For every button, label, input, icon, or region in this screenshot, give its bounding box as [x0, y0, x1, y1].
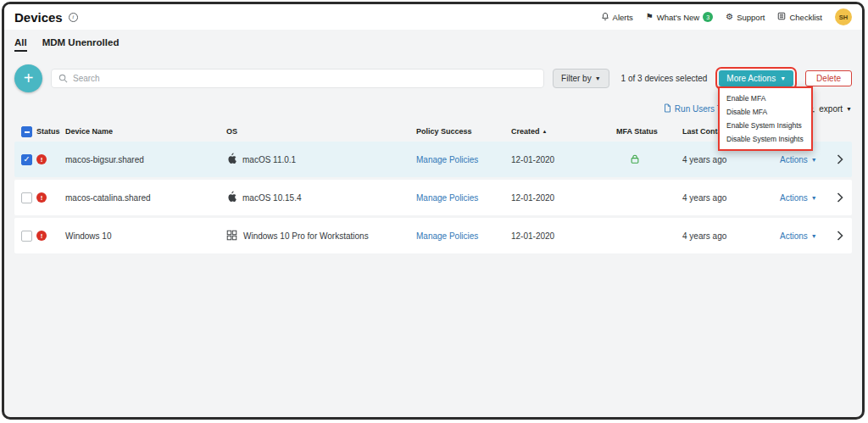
avatar[interactable]: SH — [835, 8, 852, 25]
tab-all[interactable]: All — [14, 37, 27, 52]
row-expand-chevron[interactable] — [837, 192, 843, 203]
last-contact: 4 years ago — [682, 231, 780, 241]
chevron-down-icon: ▼ — [780, 75, 786, 81]
actions-label: Actions — [780, 231, 808, 241]
sort-asc-icon: ▲ — [542, 129, 548, 134]
actions-label: Actions — [780, 193, 808, 203]
more-actions-label: More Actions — [726, 74, 776, 83]
add-device-button[interactable]: + — [14, 64, 42, 92]
status-error-icon: ! — [36, 154, 47, 164]
chevron-down-icon: ▼ — [811, 233, 817, 239]
device-name: macos-catalina.shared — [65, 193, 226, 203]
top-nav: Alerts ⚑ What's New 3 ⚙ Support Checklis… — [601, 8, 852, 25]
table-row[interactable]: ! macos-catalina.shared macOS 10.15.4 Ma… — [14, 180, 852, 215]
search-box — [51, 69, 544, 88]
created-date: 12-01-2020 — [511, 231, 616, 241]
chevron-down-icon: ▼ — [595, 75, 601, 81]
last-contact: 4 years ago — [682, 193, 780, 203]
apple-icon — [226, 153, 236, 166]
lock-icon — [630, 157, 640, 166]
row-checkbox[interactable] — [21, 154, 32, 165]
device-name: Windows 10 — [65, 231, 226, 241]
windows-icon — [226, 230, 237, 242]
actions-label: Actions — [780, 155, 808, 164]
bell-icon — [601, 12, 609, 23]
menu-item-disable-mfa[interactable]: Disable MFA — [720, 105, 811, 119]
os-version: macOS 11.0.1 — [242, 155, 296, 164]
nav-label: Alerts — [613, 13, 633, 22]
top-bar: Devices i Alerts ⚑ What's New 3 ⚙ Suppor… — [4, 4, 862, 30]
row-expand-chevron[interactable] — [837, 231, 843, 241]
export-label: export — [819, 104, 843, 114]
app-window: Devices i Alerts ⚑ What's New 3 ⚙ Suppor… — [2, 2, 865, 420]
nav-checklist[interactable]: Checklist — [777, 12, 822, 22]
more-actions-menu: Enable MFA Disable MFA Enable System Ins… — [718, 86, 813, 151]
menu-item-enable-system-insights[interactable]: Enable System Insights — [720, 119, 811, 132]
created-date: 12-01-2020 — [511, 193, 616, 203]
nav-support[interactable]: ⚙ Support — [726, 13, 765, 22]
row-actions-button[interactable]: Actions ▼ — [780, 193, 829, 203]
nav-alerts[interactable]: Alerts — [601, 12, 633, 23]
created-date: 12-01-2020 — [511, 155, 616, 164]
select-all-checkbox[interactable] — [21, 126, 32, 137]
document-icon — [664, 103, 671, 114]
gear-icon: ⚙ — [726, 13, 733, 21]
selection-status: 1 of 3 devices selected — [621, 74, 708, 83]
checklist-icon — [777, 12, 786, 22]
nav-label: Checklist — [789, 13, 822, 22]
nav-label: What's New — [657, 13, 699, 22]
run-users-link[interactable]: Run Users To — [664, 103, 726, 114]
col-policy-success[interactable]: Policy Success — [416, 127, 511, 136]
manage-policies-link[interactable]: Manage Policies — [416, 193, 511, 203]
flag-icon: ⚑ — [646, 13, 654, 21]
col-status[interactable]: Status — [36, 127, 65, 136]
search-input[interactable] — [73, 74, 537, 83]
row-checkbox[interactable] — [21, 192, 32, 203]
manage-policies-link[interactable]: Manage Policies — [416, 231, 511, 241]
chevron-down-icon: ▼ — [846, 106, 852, 112]
col-created[interactable]: Created▲ — [511, 127, 616, 136]
nav-whats-new[interactable]: ⚑ What's New 3 — [646, 12, 713, 22]
col-mfa-status[interactable]: MFA Status — [616, 127, 682, 136]
nav-label: Support — [737, 13, 765, 22]
col-created-label: Created — [511, 127, 540, 136]
status-error-icon: ! — [36, 192, 47, 203]
menu-item-enable-mfa[interactable]: Enable MFA — [720, 92, 811, 105]
filter-by-label: Filter by — [561, 74, 592, 83]
tab-mdm-unenrolled[interactable]: MDM Unenrolled — [42, 37, 120, 52]
row-actions-button[interactable]: Actions ▼ — [780, 231, 829, 241]
last-contact: 4 years ago — [682, 155, 780, 164]
tab-bar: All MDM Unenrolled — [14, 37, 852, 52]
info-icon[interactable]: i — [69, 13, 78, 22]
apple-icon — [226, 191, 236, 204]
os-version: macOS 10.15.4 — [242, 193, 301, 203]
page-title: Devices — [14, 10, 63, 25]
row-expand-chevron[interactable] — [837, 154, 843, 164]
table-row[interactable]: ! Windows 10 Windows 10 Pro for Workstat… — [14, 218, 852, 253]
os-version: Windows 10 Pro for Workstations — [243, 231, 369, 241]
menu-item-disable-system-insights[interactable]: Disable System Insights — [720, 132, 811, 146]
search-icon — [58, 71, 68, 86]
more-actions-button[interactable]: More Actions ▼ — [719, 70, 793, 86]
col-os[interactable]: OS — [226, 127, 416, 136]
row-checkbox[interactable] — [21, 231, 32, 242]
row-actions-button[interactable]: Actions ▼ — [780, 155, 829, 164]
col-device-name[interactable]: Device Name — [65, 127, 226, 136]
chevron-down-icon: ▼ — [811, 195, 817, 201]
device-name: macos-bigsur.shared — [65, 155, 226, 164]
delete-button[interactable]: Delete — [805, 70, 852, 86]
export-button[interactable]: export ▼ — [807, 104, 852, 114]
whats-new-badge: 3 — [703, 12, 713, 22]
manage-policies-link[interactable]: Manage Policies — [416, 155, 511, 164]
status-error-icon: ! — [36, 231, 47, 241]
filter-by-button[interactable]: Filter by ▼ — [553, 69, 609, 88]
chevron-down-icon: ▼ — [811, 157, 817, 163]
mfa-status-cell — [616, 153, 682, 166]
